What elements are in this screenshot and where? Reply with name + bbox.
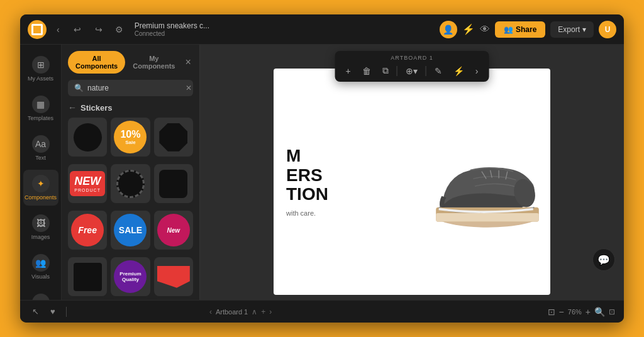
clear-icon[interactable]: ✕ xyxy=(186,84,192,92)
sticker-new-product[interactable]: NEW PRODUCT xyxy=(68,164,107,203)
artboard-nav: ‹ Artboard 1 ∧ + › xyxy=(209,307,272,316)
share-label: Share xyxy=(516,25,536,34)
sticker-free[interactable]: Free xyxy=(68,211,107,250)
zoom-in-button[interactable]: + xyxy=(586,307,591,317)
zoom-search-button[interactable]: 🔍 xyxy=(594,307,605,317)
shoe-image xyxy=(425,124,550,239)
back-to-search-button[interactable]: ← xyxy=(68,102,77,113)
stickers-title: Stickers xyxy=(80,103,113,113)
fill-button[interactable]: ⊕▾ xyxy=(402,64,421,78)
sticker-shape xyxy=(157,266,190,288)
canvas-area: ARTBOARD 1 + 🗑 ⧉ ⊕▾ ✎ ⚡ › xyxy=(200,45,624,300)
sidebar-item-visuals[interactable]: 👥 Visuals xyxy=(23,249,58,285)
canvas-viewport[interactable]: M ERS TION with care. xyxy=(200,45,624,300)
sticker-10-sale[interactable]: 10% Sale xyxy=(111,118,150,157)
sticker-shape xyxy=(74,123,102,152)
tab-my-components[interactable]: My Components xyxy=(125,51,182,74)
file-info: Premium sneakers c... Connected xyxy=(135,21,209,37)
divider xyxy=(397,66,397,76)
zoom-out-button[interactable]: − xyxy=(559,307,564,317)
sticker-red-shape[interactable] xyxy=(154,257,193,296)
headline-line3: TION xyxy=(286,185,412,204)
new-label: NEW xyxy=(74,175,101,188)
search-bar: 🔍 ✕ xyxy=(68,80,193,96)
export-button[interactable]: Export ▾ xyxy=(550,21,594,38)
avatar-group: 👤 xyxy=(440,21,457,38)
search-icon: 🔍 xyxy=(74,84,84,92)
text-section: M ERS TION with care. xyxy=(274,128,425,236)
svg-rect-2 xyxy=(436,213,539,222)
zoom-level: 76% xyxy=(568,308,582,316)
sticker-black-round[interactable] xyxy=(154,164,193,203)
user-avatar[interactable]: U xyxy=(599,21,616,38)
sidebar-item-my-assets[interactable]: ⊞ My Assets xyxy=(23,51,58,87)
artboard-next-button[interactable]: › xyxy=(269,307,272,316)
artboard-content: M ERS TION with care. xyxy=(274,69,550,295)
back-button[interactable]: ‹ xyxy=(53,22,64,37)
delete-button[interactable]: 🗑 xyxy=(359,64,374,78)
sticker-sale[interactable]: SALE xyxy=(111,211,150,250)
top-bar: ‹ ↩ ↪ ⚙ Premium sneakers c... Connected … xyxy=(20,14,624,45)
heart-tool-button[interactable]: ♥ xyxy=(47,305,58,318)
visuals-icon: 👥 xyxy=(32,254,50,272)
sidebar-item-label: My Assets xyxy=(28,75,53,82)
redo-button[interactable]: ↪ xyxy=(91,22,106,37)
artboard-add-button[interactable]: + xyxy=(261,307,265,316)
search-input[interactable] xyxy=(87,84,182,92)
premium-label: Premium xyxy=(119,271,141,277)
share-button[interactable]: 👥 Share xyxy=(495,21,545,38)
headline-line2: ERS xyxy=(286,166,412,185)
media-icon: ▶ xyxy=(32,294,50,300)
sticker-shape: Free xyxy=(71,214,104,246)
sub-text: with care. xyxy=(286,209,412,217)
sidebar-item-media[interactable]: ▶ Media xyxy=(23,289,58,300)
sidebar-item-components[interactable]: ✦ Components xyxy=(23,170,58,206)
stickers-header: ← Stickers xyxy=(62,102,199,118)
fullscreen-button[interactable]: ⊡ xyxy=(609,307,615,316)
tab-all-components[interactable]: All Components xyxy=(68,51,125,74)
preview-button[interactable]: 👁 xyxy=(480,24,490,35)
sidebar: ⊞ My Assets ▦ Templates Aa Text ✦ Compon… xyxy=(20,45,62,300)
artboard-prev-button[interactable]: ‹ xyxy=(209,307,212,316)
close-panel-button[interactable]: × xyxy=(182,54,193,70)
sticker-shape: Premium Quality xyxy=(114,260,147,293)
add-element-button[interactable]: + xyxy=(343,64,354,78)
edit-button[interactable]: ✎ xyxy=(431,64,445,78)
sticker-shape xyxy=(159,170,187,198)
more-button[interactable]: › xyxy=(472,64,482,78)
logo-button[interactable] xyxy=(28,20,47,39)
logo-icon xyxy=(31,24,43,35)
sticker-octagon[interactable] xyxy=(154,118,193,157)
cursor-tool-button[interactable]: ↖ xyxy=(29,305,42,318)
sidebar-item-label: Text xyxy=(35,155,46,161)
sticker-square-black[interactable] xyxy=(68,257,107,296)
artboard: M ERS TION with care. xyxy=(274,69,550,295)
divider xyxy=(66,307,67,317)
components-icon: ✦ xyxy=(32,175,50,192)
file-name: Premium sneakers c... xyxy=(135,21,209,30)
sticker-premium[interactable]: Premium Quality xyxy=(111,257,150,296)
components-panel: All Components My Components × 🔍 ✕ ← Sti… xyxy=(62,45,200,300)
lightning-button[interactable]: ⚡ xyxy=(462,23,475,35)
sticker-stamp[interactable] xyxy=(111,164,150,203)
sidebar-item-templates[interactable]: ▦ Templates xyxy=(23,91,58,126)
animate-button[interactable]: ⚡ xyxy=(450,64,467,78)
divider xyxy=(426,66,426,76)
sidebar-item-images[interactable]: 🖼 Images xyxy=(23,209,58,245)
settings-button[interactable]: ⚙ xyxy=(113,22,126,37)
shoe-section xyxy=(425,124,550,239)
artboard-label: ARTBOARD 1 xyxy=(391,55,433,61)
zoom-fit-button[interactable]: ⊡ xyxy=(548,307,555,317)
sticker-shape: NEW PRODUCT xyxy=(70,171,105,196)
file-status: Connected xyxy=(135,30,209,37)
undo-button[interactable]: ↩ xyxy=(70,22,85,37)
duplicate-button[interactable]: ⧉ xyxy=(379,64,392,78)
sticker-new-pink[interactable]: New xyxy=(154,211,193,250)
collaborator-avatar: 👤 xyxy=(440,21,457,38)
sticker-black-circle[interactable] xyxy=(68,118,107,157)
sticker-shape: SALE xyxy=(114,214,147,246)
sticker-shape: New xyxy=(157,214,190,246)
sidebar-item-text[interactable]: Aa Text xyxy=(23,130,58,166)
artboard-up-button[interactable]: ∧ xyxy=(252,307,257,316)
chat-bubble-button[interactable]: 💬 xyxy=(592,248,615,271)
